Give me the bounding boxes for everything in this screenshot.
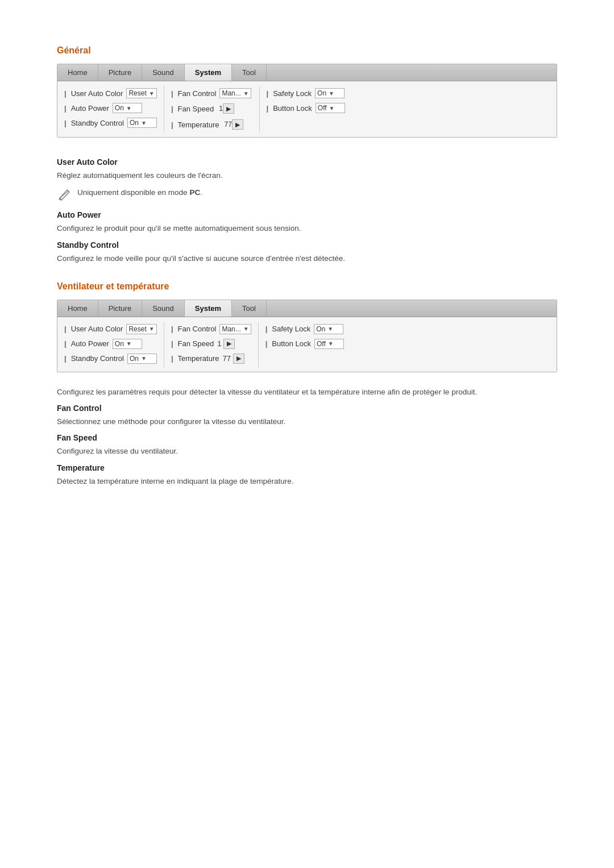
auto-power-desc: Configurez le produit pour qu'il se mett… <box>57 223 557 234</box>
temperature-desc: Détectez la température interne en indiq… <box>57 476 557 487</box>
tab2-sound[interactable]: Sound <box>142 300 185 317</box>
user-auto-color-note-box: Uniquement disponible en mode PC. <box>57 187 557 202</box>
label: Auto Power <box>71 339 109 348</box>
auto-power-dropdown[interactable]: On ▼ <box>113 103 142 113</box>
pipe-icon: | <box>64 104 67 113</box>
menu-body: | User Auto Color Reset ▼ | Auto Power O… <box>57 81 557 137</box>
pipe-icon: | <box>267 104 269 113</box>
tab-home[interactable]: Home <box>57 64 98 81</box>
auto-power-label: Auto Power <box>71 104 109 113</box>
dropdown-arrow-icon: ▼ <box>243 326 249 332</box>
standby-control-heading: Standby Control <box>57 240 557 250</box>
temperature-arrow-2[interactable]: ▶ <box>233 354 244 364</box>
label: Standby Control <box>71 354 124 363</box>
pipe-icon: | <box>267 89 269 98</box>
safety-lock-value: On <box>317 89 326 97</box>
fan-control-label: Fan Control <box>178 89 217 98</box>
fan-speed-desc: Configurez la vitesse du ventilateur. <box>57 446 557 457</box>
svg-rect-0 <box>57 188 72 202</box>
temperature-heading: Temperature <box>57 463 557 472</box>
temperature-label: Temperature <box>178 121 219 129</box>
user-auto-color-dropdown-2[interactable]: Reset ▼ <box>126 324 156 334</box>
fan-control-dropdown[interactable]: Man... ▼ <box>219 88 251 98</box>
menu2-row-user-auto-color: | User Auto Color Reset ▼ <box>63 322 158 337</box>
value: Reset <box>128 325 146 333</box>
pipe-icon: | <box>64 119 67 127</box>
ventilateur-desc: Configurez les paramètres requis pour dé… <box>57 387 557 398</box>
pipe-icon: | <box>171 89 173 98</box>
value: On <box>115 340 124 348</box>
standby-control-dropdown-2[interactable]: On ▼ <box>127 354 157 364</box>
general-menu-table: Home Picture Sound System Tool | User Au… <box>57 64 557 138</box>
menu-header-tabs-2: Home Picture Sound System Tool <box>57 300 557 317</box>
menu-header-tabs: Home Picture Sound System Tool <box>57 64 557 81</box>
temperature-value-2: 77 <box>223 354 231 363</box>
general-title: Général <box>57 45 557 56</box>
dropdown-arrow-icon: ▼ <box>126 340 132 347</box>
pipe-icon: | <box>265 325 268 333</box>
value: Off <box>317 340 326 348</box>
tab-sound[interactable]: Sound <box>142 64 185 81</box>
menu2-row-fan-control: | Fan Control Man... ▼ <box>170 322 252 337</box>
menu2-col-2: | Fan Control Man... ▼ | Fan Speed 1 ▶ <box>164 322 259 367</box>
button-lock-dropdown-2[interactable]: Off ▼ <box>314 339 344 349</box>
menu-row-safety-lock: | Safety Lock On ▼ <box>265 86 346 101</box>
menu-row-col3-empty <box>265 115 346 131</box>
fan-control-desc: Sélectionnez une méthode pour configurer… <box>57 416 557 427</box>
value: Man... <box>222 325 240 333</box>
menu2-row-standby-control: | Standby Control On ▼ <box>63 351 158 366</box>
pipe-icon: | <box>64 325 67 333</box>
tab2-tool[interactable]: Tool <box>232 300 267 317</box>
pipe-icon: | <box>64 89 67 98</box>
menu2-row-fan-speed: | Fan Speed 1 ▶ <box>170 337 252 351</box>
fan-speed-control: 1 ▶ <box>217 103 247 114</box>
tab-tool[interactable]: Tool <box>232 64 267 81</box>
dropdown-arrow-icon: ▼ <box>329 90 334 97</box>
label: Fan Speed <box>178 339 214 348</box>
menu-col-3: | Safety Lock On ▼ | Button Lock Off ▼ <box>260 86 352 132</box>
tab2-picture[interactable]: Picture <box>98 300 142 317</box>
safety-lock-dropdown[interactable]: On ▼ <box>315 88 345 98</box>
user-auto-color-note-text: Uniquement disponible en mode PC. <box>77 187 202 198</box>
temperature-arrow[interactable]: ▶ <box>232 119 243 130</box>
tab-system[interactable]: System <box>185 64 232 81</box>
fan-control-heading: Fan Control <box>57 404 557 413</box>
value: On <box>130 355 139 363</box>
fan-speed-arrow-2[interactable]: ▶ <box>223 339 235 349</box>
fan-speed-label: Fan Speed <box>178 105 214 113</box>
menu-row-button-lock: | Button Lock Off ▼ <box>265 101 346 115</box>
menu-row-fan-control: | Fan Control Man... ▼ <box>170 86 254 101</box>
auto-power-dropdown-2[interactable]: On ▼ <box>113 339 142 349</box>
fan-speed-arrow[interactable]: ▶ <box>223 103 234 114</box>
menu2-row-auto-power: | Auto Power On ▼ <box>63 337 158 351</box>
user-auto-color-heading: User Auto Color <box>57 157 557 167</box>
fan-speed-heading: Fan Speed <box>57 433 557 442</box>
tab-picture[interactable]: Picture <box>98 64 142 81</box>
dropdown-arrow-icon: ▼ <box>126 105 132 111</box>
standby-control-dropdown[interactable]: On ▼ <box>127 118 157 128</box>
user-auto-color-desc: Réglez automatiquement les couleurs de l… <box>57 170 557 181</box>
fan-control-value: Man... <box>222 89 240 97</box>
temperature-value: 77 <box>225 121 232 128</box>
dropdown-arrow-icon: ▼ <box>327 326 333 332</box>
menu2-row-safety-lock: | Safety Lock On ▼ <box>264 322 345 337</box>
menu-body-2: | User Auto Color Reset ▼ | Auto Power O… <box>57 317 557 372</box>
safety-lock-dropdown-2[interactable]: On ▼ <box>314 324 343 334</box>
fan-speed-value: 1 <box>219 105 223 113</box>
dropdown-arrow-icon: ▼ <box>243 90 249 97</box>
tab2-system[interactable]: System <box>185 300 232 317</box>
tab2-home[interactable]: Home <box>57 300 98 317</box>
button-lock-dropdown[interactable]: Off ▼ <box>316 103 345 113</box>
fan-control-dropdown-2[interactable]: Man... ▼ <box>219 324 251 334</box>
dropdown-arrow-icon: ▼ <box>149 90 155 97</box>
dropdown-arrow-icon: ▼ <box>329 105 335 111</box>
fan-speed-value-2: 1 <box>217 339 221 348</box>
menu2-row-button-lock: | Button Lock Off ▼ <box>264 337 345 351</box>
menu-row-fan-speed: | Fan Speed 1 ▶ <box>170 101 254 117</box>
menu2-col-3: | Safety Lock On ▼ | Button Lock Off ▼ <box>259 322 351 367</box>
menu-row-temperature: | Temperature 77 ▶ <box>170 117 254 132</box>
user-auto-color-dropdown[interactable]: Reset ▼ <box>126 88 156 98</box>
dropdown-arrow-icon: ▼ <box>141 355 147 362</box>
pipe-icon: | <box>171 121 173 129</box>
general-section: Général Home Picture Sound System Tool |… <box>57 45 557 264</box>
